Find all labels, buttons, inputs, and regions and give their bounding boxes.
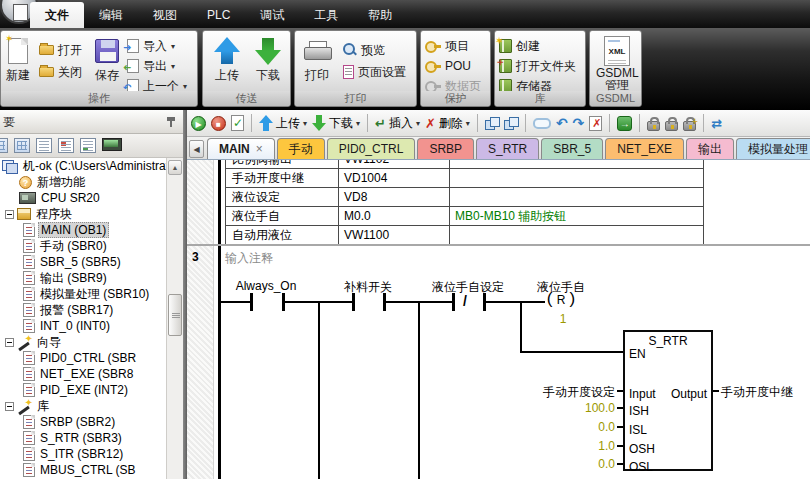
unlock-button[interactable] [665, 115, 678, 131]
tree-item-sbr10[interactable]: 模拟量处理 (SBR10) [0, 286, 166, 302]
pou-block-alt-button[interactable] [504, 117, 518, 130]
scroll-up-arrow[interactable] [168, 160, 182, 175]
tree-item-s-itr[interactable]: S_ITR (SBR12) [0, 446, 166, 462]
tree-item-pid0-ctrl[interactable]: PID0_CTRL (SBR [0, 350, 166, 366]
run-button[interactable]: ▶ [191, 116, 206, 131]
close-button[interactable]: 关闭 [39, 63, 82, 81]
library-open-folder-button[interactable]: ＋打开文件夹 [499, 57, 576, 75]
tree-item-sbr0[interactable]: 手动 (SBR0) [0, 238, 166, 254]
tree-item-srbp[interactable]: SRBP (SBR2) [0, 414, 166, 430]
protect-project-button[interactable]: 项目 [425, 37, 469, 55]
download-toolbar-button[interactable]: 下载 [312, 115, 360, 132]
download-button[interactable]: 下载 [248, 35, 288, 98]
import-button[interactable]: 导入 [127, 37, 175, 55]
table-row[interactable]: 液位手自M0.0MB0-MB10 辅助按钮 [226, 207, 703, 226]
tree-item-main-ob1[interactable]: MAIN (OB1) [0, 222, 166, 238]
tree-item-s-rtr[interactable]: S_RTR (SBR3) [0, 430, 166, 446]
page-setup-button[interactable]: 页面设置 [343, 63, 406, 81]
upload-toolbar-button[interactable]: 上传 [259, 115, 307, 132]
delete-button[interactable]: ✗ 删除 [425, 115, 470, 132]
contact-label[interactable]: Always_On [236, 279, 297, 293]
undo-button[interactable]: ↶ [556, 116, 568, 130]
tree-item-cpu[interactable]: CPU SR20 [0, 190, 166, 206]
protect-pou-button[interactable]: POU [425, 57, 471, 75]
scroll-thumb[interactable] [168, 294, 182, 336]
view-icon[interactable] [0, 138, 8, 153]
menu-tab-tools[interactable]: 工具 [299, 2, 353, 28]
gsdml-manage-button[interactable]: XML GSDML 管理 [596, 35, 638, 91]
upload-button[interactable]: 上传 [207, 35, 247, 98]
collapse-expander[interactable] [5, 402, 14, 411]
close-tab-icon[interactable] [256, 142, 263, 156]
tree-item-whats-new[interactable]: 新增功能 [0, 174, 166, 190]
cross-reference-icon[interactable] [80, 138, 96, 153]
go-to-button[interactable]: → [617, 116, 632, 131]
indent-button[interactable]: ⇄ [711, 116, 722, 131]
menu-tab-view[interactable]: 视图 [138, 2, 192, 28]
redo-button[interactable]: ↷ [573, 116, 585, 130]
pou-block-button[interactable] [485, 117, 499, 130]
communication-icon[interactable] [102, 138, 120, 153]
tree-item-sbr9[interactable]: 输出 (SBR9) [0, 270, 166, 286]
ladder-editor-canvas[interactable]: 比例阀输出VW1102 手动开度中继VD1004 液位设定VD8 液位手自M0.… [187, 160, 810, 479]
pin-icon[interactable] [167, 117, 175, 127]
tab-pid0-ctrl[interactable]: PID0_CTRL [327, 138, 416, 159]
param-input-value[interactable]: 手动开度设定 [467, 384, 615, 401]
tab-main[interactable]: MAIN [207, 138, 275, 160]
tree-item-mbus-ctrl[interactable]: MBUS_CTRL (SB [0, 462, 166, 478]
tree-item-library[interactable]: 库 [0, 398, 166, 414]
tab-manual[interactable]: 手动 [277, 138, 325, 159]
menu-tab-edit[interactable]: 编辑 [84, 2, 138, 28]
table-row[interactable]: 手动开度中继VD1004 [226, 169, 703, 188]
param-ish-value[interactable]: 100.0 [467, 401, 615, 415]
menu-tab-help[interactable]: 帮助 [353, 2, 407, 28]
table-row[interactable]: 液位设定VD8 [226, 188, 703, 207]
library-create-button[interactable]: ✶创建 [499, 37, 540, 55]
stop-button[interactable]: ■ [211, 116, 226, 131]
tab-net-exe[interactable]: NET_EXE [605, 138, 684, 159]
tab-sbr-5[interactable]: SBR_5 [541, 138, 603, 159]
menu-tab-plc[interactable]: PLC [192, 2, 245, 28]
tree-item-sbr5[interactable]: SBR_5 (SBR5) [0, 254, 166, 270]
open-button[interactable]: 打开 [39, 41, 82, 59]
collapse-expander[interactable] [5, 338, 14, 347]
tree-item-program-block[interactable]: 程序块 [0, 206, 166, 222]
tree-item-sbr17[interactable]: 报警 (SBR17) [0, 302, 166, 318]
network-comment[interactable]: 输入注释 [225, 250, 273, 267]
status-chart-icon[interactable] [36, 138, 52, 153]
collapse-expander[interactable] [5, 210, 14, 219]
new-button[interactable]: 新建 [0, 35, 38, 84]
menu-tab-file[interactable]: 文件 [30, 2, 84, 28]
tab-output[interactable]: 输出 [686, 138, 734, 159]
param-osh-value[interactable]: 1.0 [467, 439, 615, 453]
save-button[interactable]: 保存 [87, 35, 127, 98]
tree-scrollbar[interactable] [166, 158, 183, 479]
clear-page-button[interactable] [589, 116, 602, 131]
table-row[interactable]: 比例阀输出VW1102 [226, 160, 703, 169]
function-block[interactable]: S_RTR EN Input ISH ISL OSH OSL Output [623, 330, 713, 471]
tab-s-rtr[interactable]: S_RTR [476, 138, 539, 159]
add-lock-button[interactable]: ＋ [683, 115, 696, 131]
tree-item-project-root[interactable]: 机-ok (C:\Users\Administrator [0, 158, 166, 174]
tab-scroll-left-button[interactable] [189, 140, 204, 158]
export-button[interactable]: 导出 [127, 57, 175, 75]
data-block-icon[interactable] [58, 138, 74, 153]
print-button[interactable]: 打印 [297, 35, 337, 84]
insert-button[interactable]: ↵ 插入 [375, 115, 420, 132]
coil-operand[interactable]: 1 [560, 312, 567, 326]
preview-button[interactable]: 预览 [343, 41, 385, 59]
symbol-table-icon[interactable] [14, 138, 30, 153]
param-output-value[interactable]: 手动开度中继 [721, 384, 793, 401]
param-isl-value[interactable]: 0.0 [467, 420, 615, 434]
tab-srbp[interactable]: SRBP [417, 138, 474, 159]
menu-tab-debug[interactable]: 调试 [245, 2, 299, 28]
param-osl-value[interactable]: 0.0 [467, 457, 615, 471]
tree-item-wizard[interactable]: 向导 [0, 334, 166, 350]
box-select-button[interactable] [533, 118, 551, 129]
table-row[interactable]: 自动用液位VW1100 [226, 226, 703, 245]
tree-item-net-exe[interactable]: NET_EXE (SBR8 [0, 366, 166, 382]
tab-analog[interactable]: 模拟量处理 [736, 138, 810, 159]
reset-coil[interactable]: R [531, 289, 591, 309]
lock-button[interactable] [647, 115, 660, 131]
compile-button[interactable] [231, 115, 244, 131]
